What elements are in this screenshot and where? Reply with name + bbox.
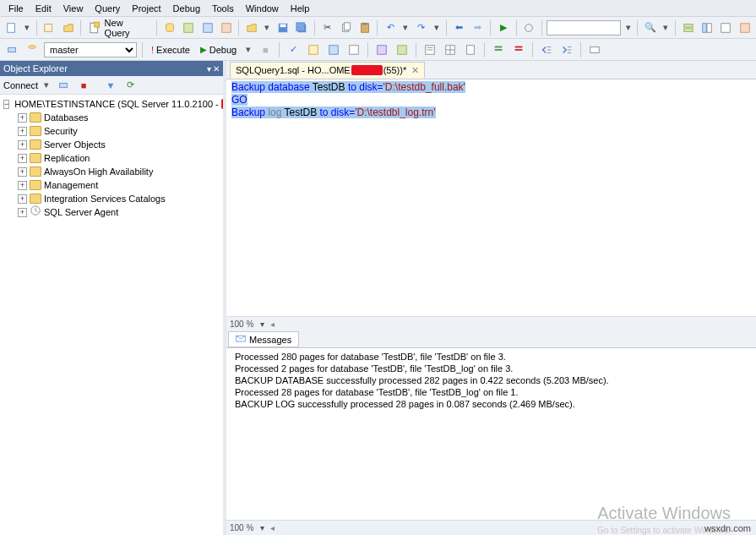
available-db-icon[interactable] [24,41,41,58]
close-tab-icon[interactable]: ✕ [411,65,419,76]
add-icon[interactable] [41,19,57,36]
include-stats-icon[interactable] [394,41,411,58]
expand-icon[interactable]: + [18,194,27,204]
menu-query[interactable]: Query [90,2,125,15]
intellisense-icon[interactable] [345,41,362,58]
dropdown-icon[interactable]: ▾ [257,523,267,532]
server-node[interactable]: − HOME\TESTINSTANCE (SQL Server 11.0.210… [3,97,221,111]
results-grid-icon[interactable] [442,41,459,58]
refresh-icon[interactable]: ⟳ [122,77,139,94]
menu-debug[interactable]: Debug [168,2,205,15]
expand-icon[interactable]: + [18,181,27,190]
dropdown-icon[interactable]: ▾ [243,44,253,55]
dropdown-icon[interactable]: ▾ [623,22,634,33]
dropdown-icon[interactable]: ▾ [41,79,52,90]
uncomment-icon[interactable] [510,41,527,58]
messages-output[interactable]: Processed 280 pages for database 'TestDB… [226,348,756,520]
find-icon[interactable]: 🔍 [642,19,658,36]
filter-icon[interactable]: ▼ [102,77,119,94]
nav-fwd-icon[interactable]: ➡ [470,19,486,36]
save-all-icon[interactable] [293,19,309,36]
menu-edit[interactable]: Edit [30,2,57,15]
open-icon[interactable] [60,19,76,36]
open-file-icon[interactable] [243,19,259,36]
copy-icon[interactable] [338,19,354,36]
db-engine-query-icon[interactable] [161,19,177,36]
dmx-query-icon[interactable] [218,19,234,36]
dropdown-icon[interactable]: ▾ [257,319,267,329]
connect-label[interactable]: Connect [3,80,38,90]
zoom-level[interactable]: 100 % [230,523,253,532]
object-tree[interactable]: − HOME\TESTINSTANCE (SQL Server 11.0.210… [0,95,223,535]
template-icon[interactable] [718,19,734,36]
estimated-plan-icon[interactable] [305,41,322,58]
properties-icon[interactable] [737,19,753,36]
collapse-icon[interactable]: − [3,100,9,109]
expand-icon[interactable]: + [18,154,27,163]
analysis-query-icon[interactable] [181,19,197,36]
h-scroll-left-icon[interactable]: ◂ [270,319,275,329]
dropdown-icon[interactable]: ▾ [263,22,273,33]
tree-node-management[interactable]: +Management [3,178,221,192]
redo-icon[interactable]: ↷ [413,19,429,36]
registered-servers-icon[interactable] [680,19,696,36]
menu-file[interactable]: File [3,2,29,15]
parse-icon[interactable]: ✓ [285,41,302,58]
comment-icon[interactable] [490,41,507,58]
tree-node-agent[interactable]: +SQL Server Agent [3,205,221,219]
activity-icon[interactable] [521,19,537,36]
tree-node-alwayson[interactable]: +AlwaysOn High Availability [3,165,221,178]
new-project-icon[interactable] [3,19,19,36]
disconnect-icon[interactable] [55,77,72,94]
change-connection-icon[interactable] [3,41,20,58]
sql-editor[interactable]: Backup database TestDB to disk='D:\testd… [226,79,756,316]
tree-node-databases[interactable]: +Databases [3,111,221,124]
pin-icon[interactable]: ▾ [207,64,211,74]
expand-icon[interactable]: + [18,140,27,150]
tree-node-server-objects[interactable]: +Server Objects [3,138,221,151]
save-icon[interactable] [275,19,291,36]
paste-icon[interactable] [356,19,373,36]
h-scroll-left-icon[interactable]: ◂ [270,523,275,532]
expand-icon[interactable]: + [18,113,27,123]
decrease-indent-icon[interactable] [538,41,555,58]
increase-indent-icon[interactable] [558,41,575,58]
expand-icon[interactable]: + [18,208,27,217]
menu-tools[interactable]: Tools [207,2,239,15]
debug-button[interactable]: ▶ Debug [197,45,240,55]
zoom-level[interactable]: 100 % [230,319,253,329]
specify-values-icon[interactable] [586,41,603,58]
messages-tab[interactable]: Messages [228,331,299,347]
results-file-icon[interactable] [462,41,479,58]
query-options-icon[interactable] [325,41,342,58]
cut-icon[interactable]: ✂ [319,19,335,36]
new-query-button[interactable]: New Query [85,19,152,36]
dropdown-icon[interactable]: ▾ [401,22,411,33]
close-icon[interactable]: ✕ [213,64,220,74]
execute-button[interactable]: ! Execute [148,45,193,55]
expand-icon[interactable]: + [18,167,27,177]
include-plan-icon[interactable] [373,41,390,58]
start-icon[interactable]: ▶ [495,19,511,36]
dropdown-icon[interactable]: ▾ [432,22,442,33]
menu-window[interactable]: Window [241,2,284,15]
dropdown-icon[interactable]: ▾ [661,22,672,33]
cancel-query-icon[interactable]: ■ [257,41,274,58]
tree-node-replication[interactable]: +Replication [3,151,221,165]
find-combo[interactable] [547,20,621,35]
menu-help[interactable]: Help [286,2,315,15]
nav-back-icon[interactable]: ⬅ [451,19,467,36]
stop-icon[interactable]: ■ [75,77,92,94]
mdx-query-icon[interactable] [199,19,215,36]
menu-view[interactable]: View [58,2,89,15]
query-tab[interactable]: SQLQuery1.sql - HO...OMExxxxxx(55))* ✕ [230,62,425,79]
results-text-icon[interactable] [422,41,438,58]
undo-icon[interactable]: ↶ [382,19,398,36]
menu-project[interactable]: Project [127,2,166,15]
database-selector[interactable]: master [44,42,137,57]
dropdown-icon[interactable]: ▾ [22,22,32,33]
tree-node-isc[interactable]: +Integration Services Catalogs [3,192,221,205]
expand-icon[interactable]: + [18,127,27,136]
tree-node-security[interactable]: +Security [3,124,221,138]
object-explorer-icon[interactable] [699,19,715,36]
